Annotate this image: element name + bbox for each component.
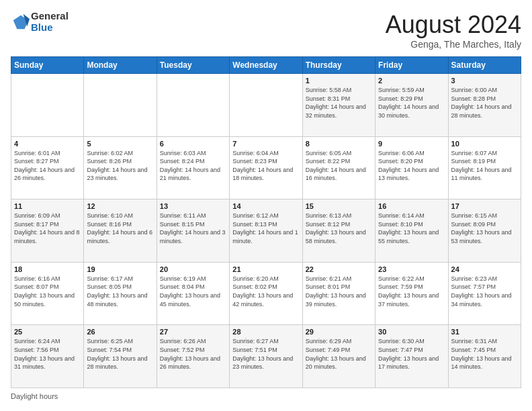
calendar-cell: 21Sunrise: 6:20 AM Sunset: 8:02 PM Dayli…: [230, 262, 302, 325]
calendar-cell: 20Sunrise: 6:19 AM Sunset: 8:04 PM Dayli…: [157, 262, 229, 325]
calendar-cell: 11Sunrise: 6:09 AM Sunset: 8:17 PM Dayli…: [11, 199, 84, 263]
day-info: Sunrise: 6:15 AM Sunset: 8:09 PM Dayligh…: [451, 212, 518, 245]
calendar-cell: 23Sunrise: 6:22 AM Sunset: 7:59 PM Dayli…: [375, 262, 448, 325]
day-info: Sunrise: 6:30 AM Sunset: 7:47 PM Dayligh…: [378, 337, 445, 371]
calendar-cell: 8Sunrise: 6:05 AM Sunset: 8:22 PM Daylig…: [302, 136, 375, 199]
day-number: 9: [378, 140, 445, 148]
day-info: Sunrise: 6:09 AM Sunset: 8:17 PM Dayligh…: [14, 212, 81, 245]
day-info: Sunrise: 6:06 AM Sunset: 8:20 PM Dayligh…: [378, 149, 445, 183]
day-number: 29: [306, 328, 372, 336]
day-number: 19: [87, 265, 153, 273]
day-number: 11: [14, 202, 81, 210]
calendar-cell: 28Sunrise: 6:27 AM Sunset: 7:51 PM Dayli…: [230, 325, 302, 388]
day-info: Sunrise: 6:12 AM Sunset: 8:13 PM Dayligh…: [232, 212, 299, 245]
calendar-week-row: 1Sunrise: 5:58 AM Sunset: 8:31 PM Daylig…: [11, 74, 521, 137]
day-info: Sunrise: 6:21 AM Sunset: 8:01 PM Dayligh…: [306, 275, 372, 308]
calendar-cell: 2Sunrise: 5:59 AM Sunset: 8:29 PM Daylig…: [375, 74, 448, 137]
day-info: Sunrise: 6:10 AM Sunset: 8:16 PM Dayligh…: [87, 212, 153, 245]
logo-blue: Blue: [31, 21, 53, 33]
day-number: 21: [232, 265, 299, 273]
day-info: Sunrise: 6:13 AM Sunset: 8:12 PM Dayligh…: [306, 212, 372, 245]
header: General Blue August 2024 Genga, The Marc…: [11, 11, 521, 50]
calendar-cell: 30Sunrise: 6:30 AM Sunset: 7:47 PM Dayli…: [375, 325, 448, 388]
calendar-cell: 25Sunrise: 6:24 AM Sunset: 7:56 PM Dayli…: [11, 325, 84, 388]
day-number: 27: [160, 328, 226, 336]
calendar-cell: 6Sunrise: 6:03 AM Sunset: 8:24 PM Daylig…: [157, 136, 229, 199]
day-info: Sunrise: 6:23 AM Sunset: 7:57 PM Dayligh…: [451, 275, 518, 308]
day-number: 23: [378, 265, 445, 273]
calendar-table: SundayMondayTuesdayWednesdayThursdayFrid…: [11, 56, 521, 388]
day-info: Sunrise: 6:27 AM Sunset: 7:51 PM Dayligh…: [232, 337, 299, 371]
footer: Daylight hours: [11, 392, 521, 400]
calendar-cell: 14Sunrise: 6:12 AM Sunset: 8:13 PM Dayli…: [230, 199, 302, 263]
day-number: 6: [160, 140, 226, 148]
calendar-cell: 26Sunrise: 6:25 AM Sunset: 7:54 PM Dayli…: [84, 325, 157, 388]
calendar-cell: [11, 74, 84, 137]
day-number: 2: [378, 77, 445, 85]
main-title: August 2024: [386, 11, 521, 39]
day-number: 12: [87, 202, 153, 210]
day-info: Sunrise: 6:29 AM Sunset: 7:49 PM Dayligh…: [306, 337, 372, 371]
calendar-cell: 29Sunrise: 6:29 AM Sunset: 7:49 PM Dayli…: [302, 325, 375, 388]
logo: General Blue: [11, 11, 69, 33]
calendar-cell: 4Sunrise: 6:01 AM Sunset: 8:27 PM Daylig…: [11, 136, 84, 199]
calendar-cell: 13Sunrise: 6:11 AM Sunset: 8:15 PM Dayli…: [157, 199, 229, 263]
day-info: Sunrise: 6:19 AM Sunset: 8:04 PM Dayligh…: [160, 275, 226, 308]
day-number: 1: [306, 77, 372, 85]
day-info: Sunrise: 6:24 AM Sunset: 7:56 PM Dayligh…: [14, 337, 81, 371]
day-info: Sunrise: 6:14 AM Sunset: 8:10 PM Dayligh…: [378, 212, 445, 245]
calendar-cell: [157, 74, 229, 137]
calendar-cell: [230, 74, 302, 137]
calendar-cell: 3Sunrise: 6:00 AM Sunset: 8:28 PM Daylig…: [448, 74, 521, 137]
day-info: Sunrise: 6:20 AM Sunset: 8:02 PM Dayligh…: [232, 275, 299, 308]
day-info: Sunrise: 5:59 AM Sunset: 8:29 PM Dayligh…: [378, 86, 445, 120]
day-info: Sunrise: 6:16 AM Sunset: 8:07 PM Dayligh…: [14, 275, 81, 308]
day-info: Sunrise: 6:25 AM Sunset: 7:54 PM Dayligh…: [87, 337, 153, 371]
calendar-cell: [84, 74, 157, 137]
calendar-header-tuesday: Tuesday: [157, 57, 229, 74]
day-info: Sunrise: 6:31 AM Sunset: 7:45 PM Dayligh…: [451, 337, 518, 371]
calendar-cell: 24Sunrise: 6:23 AM Sunset: 7:57 PM Dayli…: [448, 262, 521, 325]
logo-text: General Blue: [31, 11, 69, 33]
day-number: 15: [306, 202, 372, 210]
page: General Blue August 2024 Genga, The Marc…: [0, 0, 532, 411]
calendar-cell: 18Sunrise: 6:16 AM Sunset: 8:07 PM Dayli…: [11, 262, 84, 325]
calendar-cell: 12Sunrise: 6:10 AM Sunset: 8:16 PM Dayli…: [84, 199, 157, 263]
subtitle: Genga, The Marches, Italy: [386, 39, 521, 50]
day-number: 22: [306, 265, 372, 273]
day-number: 14: [232, 202, 299, 210]
calendar-cell: 27Sunrise: 6:26 AM Sunset: 7:52 PM Dayli…: [157, 325, 229, 388]
day-number: 24: [451, 265, 518, 273]
calendar-week-row: 18Sunrise: 6:16 AM Sunset: 8:07 PM Dayli…: [11, 262, 521, 325]
day-number: 10: [451, 140, 518, 148]
day-info: Sunrise: 6:26 AM Sunset: 7:52 PM Dayligh…: [160, 337, 226, 371]
day-number: 26: [87, 328, 153, 336]
day-number: 28: [232, 328, 299, 336]
day-info: Sunrise: 6:01 AM Sunset: 8:27 PM Dayligh…: [14, 149, 81, 183]
day-info: Sunrise: 6:04 AM Sunset: 8:23 PM Dayligh…: [232, 149, 299, 183]
day-number: 30: [378, 328, 445, 336]
calendar-week-row: 4Sunrise: 6:01 AM Sunset: 8:27 PM Daylig…: [11, 136, 521, 199]
calendar-cell: 10Sunrise: 6:07 AM Sunset: 8:19 PM Dayli…: [448, 136, 521, 199]
calendar-header-row: SundayMondayTuesdayWednesdayThursdayFrid…: [11, 57, 521, 74]
day-info: Sunrise: 6:17 AM Sunset: 8:05 PM Dayligh…: [87, 275, 153, 308]
calendar-cell: 16Sunrise: 6:14 AM Sunset: 8:10 PM Dayli…: [375, 199, 448, 263]
title-block: August 2024 Genga, The Marches, Italy: [386, 11, 521, 50]
calendar-cell: 9Sunrise: 6:06 AM Sunset: 8:20 PM Daylig…: [375, 136, 448, 199]
calendar-header-monday: Monday: [84, 57, 157, 74]
calendar-header-sunday: Sunday: [11, 57, 84, 74]
calendar-cell: 1Sunrise: 5:58 AM Sunset: 8:31 PM Daylig…: [302, 74, 375, 137]
day-number: 5: [87, 140, 153, 148]
logo-general: General: [31, 10, 69, 21]
logo-icon: [11, 13, 30, 32]
day-number: 18: [14, 265, 81, 273]
calendar-header-friday: Friday: [375, 57, 448, 74]
calendar-cell: 31Sunrise: 6:31 AM Sunset: 7:45 PM Dayli…: [448, 325, 521, 388]
calendar-week-row: 25Sunrise: 6:24 AM Sunset: 7:56 PM Dayli…: [11, 325, 521, 388]
calendar-header-saturday: Saturday: [448, 57, 521, 74]
day-number: 4: [14, 140, 81, 148]
day-number: 16: [378, 202, 445, 210]
calendar-cell: 5Sunrise: 6:02 AM Sunset: 8:26 PM Daylig…: [84, 136, 157, 199]
calendar-week-row: 11Sunrise: 6:09 AM Sunset: 8:17 PM Dayli…: [11, 199, 521, 263]
day-info: Sunrise: 6:05 AM Sunset: 8:22 PM Dayligh…: [306, 149, 372, 183]
